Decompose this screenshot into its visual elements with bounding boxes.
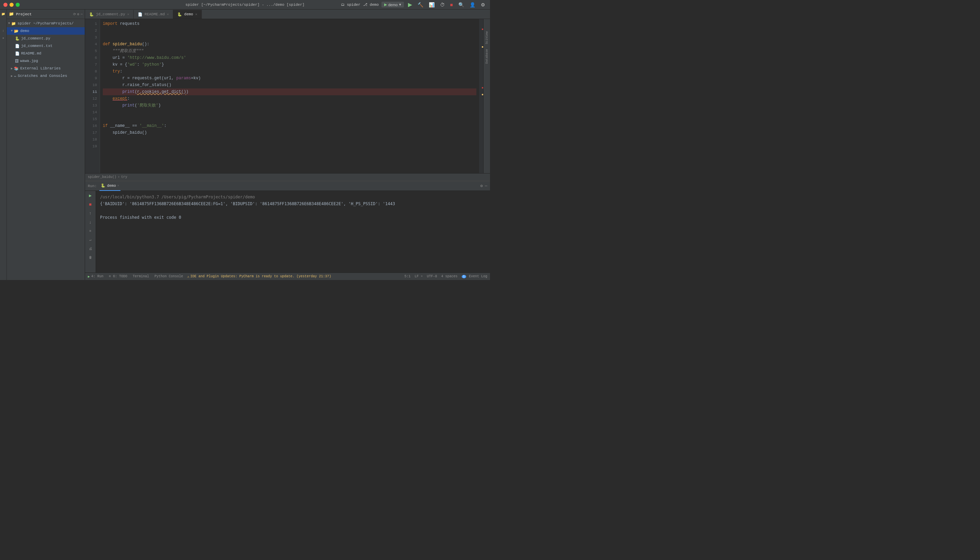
python-icon: 🐍 [177,12,182,17]
tree-demo-folder[interactable]: ▼ 📂 demo [7,27,85,35]
run-panel-header: Run: 🐍 demo ✕ ⚙ — [85,181,490,191]
tree-wawa-jpg[interactable]: 🖼 wawa.jpg [7,57,85,65]
arrow-icon: ▶ [11,67,13,70]
hide-icon[interactable]: — [81,12,83,16]
status-bar: ▶ 4: Run ≡ 6: TODO Terminal Python Conso… [85,273,490,280]
tab-readme[interactable]: 📄 README.md ✕ [134,10,173,19]
python-console-tab[interactable]: Python Console [155,275,183,278]
tree-jd-comment-txt[interactable]: 📄 jd_comment.txt [7,42,85,50]
gutter-error2 [482,87,483,88]
run-stop-icon[interactable]: ■ [87,201,94,208]
run-list-icon[interactable]: ≡ [87,228,94,234]
run-icon: ▶ [88,275,90,278]
right-gutter [479,19,483,173]
indent[interactable]: 4 spaces [441,275,458,278]
code-line-5: """爬取百度""" [103,48,477,55]
code-line-10: r.raise_for_status() [103,82,477,88]
run-wrap-icon[interactable]: ↵ [87,237,94,243]
settings-button[interactable]: ⚙ [480,2,487,8]
breadcrumb-block: try [121,175,127,179]
tab-close-icon[interactable]: ✕ [167,12,169,16]
file-tree: ▼ 📁 spider ~/PycharmProjects/ ▼ 📂 demo 🐍… [7,19,85,280]
favorites-icon[interactable]: ★ [0,35,7,41]
run-button[interactable]: ▶ [407,1,413,8]
structure-icon[interactable]: ↕ [0,28,7,34]
tab-jd-comment[interactable]: 🐍 jd_comment.py ✕ [85,10,134,19]
sciview-tab[interactable]: SciView [485,29,489,46]
terminal-tab[interactable]: Terminal [133,275,149,278]
library-icon: 📚 [14,66,19,71]
event-log[interactable]: 1 Event Log [462,275,487,278]
code-line-7: kv = {'wd': 'python'} [103,61,477,68]
ln-6: 6 [85,55,100,61]
window-controls [3,3,20,7]
gutter-warning2 [482,94,483,95]
search-button[interactable]: 🔍 [457,2,465,8]
tree-spider-root[interactable]: ▼ 📁 spider ~/PycharmProjects/ [7,20,85,27]
run-trash-icon[interactable]: 🗑 [87,254,94,261]
maximize-button[interactable] [16,3,20,7]
code-line-4: def spider_baidu(): [103,41,477,48]
tab-demo[interactable]: 🐍 demo ✕ [173,10,202,19]
encoding[interactable]: UTF-8 [427,275,437,278]
run-panel: Run: 🐍 demo ✕ ⚙ — ▶ ■ ↑ ↓ ≡ [85,181,490,273]
run-left-icons: ▶ ■ ↑ ↓ ≡ ↵ 🖨 🗑 [85,191,96,273]
database-tab[interactable]: Database [485,47,489,66]
code-line-12: except: [103,95,477,102]
code-line-11: ● print(r.cookies.get_dict()) [103,88,477,95]
run-print-icon[interactable]: 🖨 [87,245,94,252]
run-output-line-4: Process finished with exit code 0 [100,214,486,221]
ln-16: 16 [85,122,100,129]
coverage-button[interactable]: 📊 [427,2,436,8]
run-down-icon[interactable]: ↓ [87,219,94,225]
run-tab-close[interactable]: ✕ [117,184,119,187]
build-button[interactable]: 🔨 [416,2,425,8]
tree-scratches[interactable]: ▶ ✏️ Scratches and Consoles [7,72,85,80]
minimize-icon[interactable]: — [485,184,487,188]
code-line-3 [103,34,477,41]
tab-close-icon[interactable]: ✕ [195,12,197,16]
ln-17: 17 [85,129,100,136]
close-button[interactable] [3,3,7,7]
code-line-18 [103,136,477,143]
arrow-icon: ▶ [11,74,13,78]
code-line-16: ▶ if __name__ == '__main__': [103,122,477,129]
run-panel-body: ▶ ■ ↑ ↓ ≡ ↵ 🖨 🗑 /usr/local/bin/python3.7… [85,191,490,273]
run-tab-demo[interactable]: 🐍 demo ✕ [99,181,120,191]
project-icon[interactable]: 📁 [0,11,7,17]
arrow-icon: ▼ [11,29,13,33]
minimize-button[interactable] [10,3,13,7]
branch-label: ⎇ demo [363,2,379,7]
status-warning[interactable]: ⚠ IDE and Plugin Updates: PyCharm is rea… [187,275,331,278]
todo-tab[interactable]: ≡ 6: TODO [109,275,127,278]
ln-18: 18 [85,136,100,143]
stop-button[interactable]: ■ [449,2,454,8]
tab-label: demo [184,12,193,16]
run-output-line-3 [100,207,486,214]
warning-icon: ⚠ [187,275,189,278]
ln-8: 8 [85,68,100,75]
sync-icon[interactable]: ⟳ [73,12,76,16]
code-content[interactable]: import requests def spider_baidu(): """爬… [100,19,479,173]
python-icon: 🐍 [101,183,105,188]
code-line-1: import requests [103,20,477,27]
code-line-9: r = requests.get(url, params=kv) [103,75,477,82]
run-play-icon[interactable]: ▶ [87,192,94,199]
position-indicator[interactable]: 5:1 [405,275,411,278]
tree-item-label: wawa.jpg [20,59,38,63]
code-editor[interactable]: 1 2 3 4 5 6 7 8 9 10 11 12 13 14 15 16 1 [85,19,483,173]
run-bottom-tab[interactable]: ▶ 4: Run [88,275,103,278]
line-ending[interactable]: LF ÷ [415,275,423,278]
gear-icon[interactable]: ⚙ [77,12,79,16]
tree-external-libraries[interactable]: ▶ 📚 External Libraries [7,65,85,72]
tab-close-icon[interactable]: ✕ [127,12,129,16]
tree-readme[interactable]: 📄 README.md [7,50,85,57]
ln-14: 14 [85,109,100,116]
run-up-icon[interactable]: ↑ [87,210,94,217]
run-config-button[interactable]: ▶ demo ▾ [382,2,404,7]
profile-button[interactable]: ⏱ [438,2,446,8]
user-button[interactable]: 👤 [468,2,477,8]
tree-jd-comment-py[interactable]: 🐍 jd_comment.py [7,35,85,42]
ln-5: 5 [85,48,100,55]
settings-icon[interactable]: ⚙ [480,183,483,188]
